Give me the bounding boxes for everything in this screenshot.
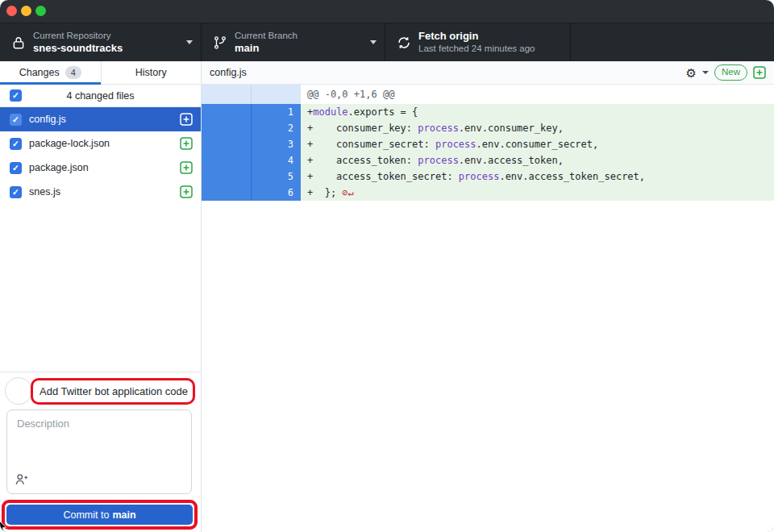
select-all-checkbox[interactable] (10, 89, 22, 102)
chevron-down-icon[interactable] (702, 71, 709, 74)
changed-files-list: config.jspackage-lock.jsonpackage.jsonsn… (0, 107, 201, 204)
lock-icon (11, 35, 26, 50)
diff-line-select-gutter[interactable] (202, 185, 252, 201)
chevron-down-icon (186, 40, 193, 44)
changes-count-badge: 4 (65, 66, 81, 79)
commit-panel: Add Twitter bot application code Commit … (0, 372, 201, 532)
diff-line-select-gutter[interactable] (202, 152, 252, 168)
fetch-origin-button[interactable]: Fetch origin Last fetched 24 minutes ago (385, 23, 571, 61)
toolbar: Current Repository snes-soundtracks Curr… (0, 23, 774, 61)
diff-lines: 1+module.exports = {2+ consumer_key: pro… (202, 104, 774, 201)
annotation-highlight-summary: Add Twitter bot application code (31, 378, 195, 405)
file-checkbox[interactable] (10, 186, 22, 198)
diff-line-6: 6+ }; ⊘↵ (202, 185, 774, 201)
diff-line-number[interactable]: 6 (252, 185, 301, 201)
avatar (5, 377, 32, 405)
diff-line-1: 1+module.exports = { (202, 104, 774, 120)
repository-label: Current Repository (33, 30, 123, 41)
tab-history-label: History (135, 67, 167, 78)
file-row-package.json[interactable]: package.json (0, 156, 201, 180)
file-row-package-lock.json[interactable]: package-lock.json (0, 131, 201, 156)
sync-icon (397, 35, 411, 50)
commit-button[interactable]: Commit to main (6, 505, 193, 525)
diff-view: @@ -0,0 +1,6 @@ 1+module.exports = {2+ c… (202, 85, 774, 201)
diff-line-select-gutter[interactable] (202, 168, 252, 185)
diff-line-number[interactable]: 2 (252, 120, 301, 136)
added-file-icon (180, 113, 193, 126)
file-checkbox[interactable] (10, 138, 22, 150)
file-row-snes.js[interactable]: snes.js (0, 180, 201, 204)
current-repository-dropdown[interactable]: Current Repository snes-soundtracks (0, 23, 202, 61)
git-branch-icon (213, 35, 227, 50)
current-branch-dropdown[interactable]: Current Branch main (202, 23, 385, 61)
repository-name: snes-soundtracks (33, 42, 123, 55)
file-checkbox[interactable] (10, 162, 22, 174)
diff-line-number[interactable]: 3 (252, 136, 301, 152)
minimize-window-button[interactable] (21, 6, 31, 16)
chevron-down-icon (370, 40, 377, 44)
changed-files-header: 4 changed files (0, 85, 201, 107)
diff-line-select-gutter[interactable] (202, 136, 252, 152)
expand-whitespace-icon[interactable] (753, 66, 766, 79)
file-row-config.js[interactable]: config.js (0, 107, 201, 131)
commit-description-container (6, 409, 192, 494)
fetch-title: Fetch origin (418, 30, 535, 43)
diff-header: config.js ⚙ New (202, 61, 774, 85)
sidebar-tabs: Changes 4 History (0, 61, 201, 85)
file-name: config.js (29, 114, 66, 125)
hunk-header-text: @@ -0,0 +1,6 @@ (301, 85, 774, 104)
file-name: package-lock.json (29, 138, 110, 149)
tab-history[interactable]: History (101, 61, 202, 84)
tab-changes-label: Changes (19, 67, 60, 78)
sidebar: Changes 4 History 4 changed files config… (0, 61, 202, 532)
added-file-icon (180, 161, 193, 174)
file-name: package.json (29, 162, 89, 173)
diff-line-select-gutter[interactable] (202, 104, 252, 120)
gear-icon[interactable]: ⚙ (686, 67, 697, 79)
diff-file-name: config.js (210, 67, 247, 78)
added-file-icon (180, 137, 193, 150)
close-window-button[interactable] (6, 6, 17, 16)
diff-pane: config.js ⚙ New @@ -0,0 +1,6 @@ 1+module… (202, 61, 774, 532)
diff-line-2: 2+ consumer_key: process.env.consumer_ke… (202, 120, 774, 136)
toolbar-spacer (571, 23, 774, 61)
diff-line-number[interactable]: 5 (252, 168, 301, 185)
commit-button-label: Commit to (63, 509, 109, 521)
diff-line-code: + consumer_secret: process.env.consumer_… (301, 136, 774, 152)
diff-line-select-gutter[interactable] (202, 120, 252, 136)
window-titlebar[interactable] (0, 0, 774, 23)
diff-line-code: + consumer_key: process.env.consumer_key… (301, 120, 774, 136)
commit-button-branch: main (112, 509, 135, 521)
diff-line-code: + access_token: process.env.access_token… (301, 152, 774, 168)
file-checkbox[interactable] (10, 114, 22, 126)
file-status-badge: New (714, 64, 747, 81)
commit-summary-input[interactable]: Add Twitter bot application code (40, 385, 188, 397)
diff-line-number[interactable]: 4 (252, 152, 301, 168)
fetch-subtitle: Last fetched 24 minutes ago (418, 43, 535, 54)
branch-label: Current Branch (235, 30, 298, 41)
added-file-icon (180, 185, 193, 198)
annotation-highlight-commit-button: Commit to main (2, 500, 198, 530)
diff-line-code: + access_token_secret: process.env.acces… (301, 168, 774, 185)
changed-files-label: 4 changed files (66, 90, 134, 102)
zoom-window-button[interactable] (35, 6, 46, 16)
diff-hunk-header: @@ -0,0 +1,6 @@ (202, 85, 774, 104)
diff-line-4: 4+ access_token: process.env.access_toke… (202, 152, 774, 168)
commit-description-input[interactable] (7, 410, 191, 471)
github-desktop-window: Current Repository snes-soundtracks Curr… (0, 0, 774, 532)
diff-line-5: 5+ access_token_secret: process.env.acce… (202, 168, 774, 185)
diff-line-code: + }; ⊘↵ (301, 185, 774, 201)
add-coauthor-icon[interactable] (15, 472, 29, 487)
diff-line-number[interactable]: 1 (252, 104, 301, 120)
diff-line-3: 3+ consumer_secret: process.env.consumer… (202, 136, 774, 152)
branch-name: main (235, 42, 298, 55)
diff-line-code: +module.exports = { (301, 104, 774, 120)
diff-header-controls: ⚙ New (686, 64, 766, 81)
file-name: snes.js (29, 186, 60, 197)
mouse-cursor (0, 519, 10, 532)
tab-changes[interactable]: Changes 4 (0, 61, 101, 84)
